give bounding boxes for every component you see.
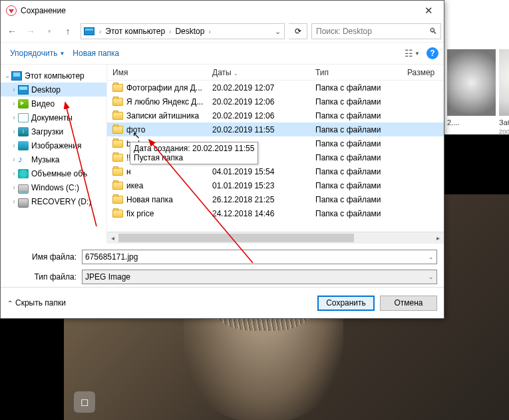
bookmark-icon[interactable]: ◻: [74, 391, 95, 413]
list-rows[interactable]: Фотографии для Д...20.02.2019 12:07Папка…: [107, 81, 444, 232]
tree-item[interactable]: ›Видео: [1, 97, 106, 110]
filetype-label: Тип файла:: [7, 272, 82, 282]
collapse-icon[interactable]: ⌄: [3, 72, 11, 79]
expand-icon[interactable]: ›: [10, 100, 18, 107]
expand-icon[interactable]: ›: [10, 198, 18, 205]
chevron-right-icon[interactable]: ›: [206, 28, 212, 35]
breadcrumb[interactable]: › Этот компьютер › Desktop › ⌄: [81, 23, 285, 39]
col-name[interactable]: Имя: [107, 68, 207, 77]
save-dialog: Сохранение ✕ ← → ▾ ↑ › Этот компьютер › …: [0, 0, 444, 319]
expand-icon[interactable]: ›: [10, 170, 18, 177]
file-type: Папка с файлами: [310, 209, 402, 218]
window-title: Сохранение: [21, 6, 66, 15]
filename-field[interactable]: ⌄: [82, 250, 437, 264]
thumbnail-1[interactable]: [447, 49, 496, 116]
tree-item[interactable]: ›Документы: [1, 110, 106, 124]
cancel-button[interactable]: Отмена: [380, 296, 437, 311]
tree-item[interactable]: ›Объемные объ: [1, 166, 106, 180]
scroll-left-button[interactable]: ◂: [107, 232, 118, 244]
thumb-2-label: Забавн: [499, 118, 509, 126]
scroll-right-button[interactable]: ▸: [432, 232, 444, 244]
titlebar[interactable]: Сохранение ✕: [1, 1, 444, 21]
expand-icon[interactable]: ›: [10, 114, 18, 121]
ic-3d-icon: [18, 169, 29, 178]
save-button[interactable]: Сохранить: [317, 296, 375, 311]
crumb-desktop[interactable]: Desktop: [173, 27, 206, 36]
new-folder-button[interactable]: Новая папка: [69, 46, 123, 61]
tree-root[interactable]: ⌄ Этот компьютер: [1, 69, 106, 83]
recent-dropdown[interactable]: ▾: [41, 23, 58, 40]
sort-indicator-icon: ⌄: [234, 71, 238, 77]
file-type: Папка с файлами: [310, 139, 402, 148]
expand-icon[interactable]: ›: [10, 128, 18, 135]
file-type: Папка с файлами: [310, 97, 402, 106]
scroll-thumb[interactable]: [118, 234, 354, 242]
horizontal-scrollbar[interactable]: ◂ ▸: [107, 232, 444, 243]
crumb-dropdown[interactable]: ⌄: [271, 27, 284, 36]
list-row[interactable]: икеа01.01.2019 15:23Папка с файлами: [107, 178, 444, 192]
tree-item[interactable]: ›♪Музыка: [1, 152, 106, 166]
list-row[interactable]: fix price24.12.2018 14:46Папка с файлами: [107, 206, 444, 220]
form-area: Имя файла: ⌄ Тип файла: JPEG Image ⌄: [1, 243, 444, 286]
tree-item-label: RECOVERY (D:): [31, 197, 91, 206]
col-type[interactable]: Тип: [310, 68, 402, 77]
expand-icon[interactable]: ›: [10, 142, 18, 149]
ic-rec-icon: [18, 198, 29, 208]
tooltip: Дата создания: 20.02.2019 11:55 Пустая п…: [130, 142, 258, 164]
expand-icon[interactable]: ›: [10, 156, 18, 163]
organize-button[interactable]: Упорядочить▼: [6, 46, 69, 61]
file-type: Папка с файлами: [310, 167, 402, 176]
chevron-down-icon[interactable]: ⌄: [428, 274, 434, 280]
ic-desktop-icon: [18, 85, 29, 95]
crumb-root[interactable]: Этот компьютер: [103, 27, 167, 36]
tree-item[interactable]: ›Desktop: [1, 83, 106, 97]
list-row[interactable]: Записки айтишника20.02.2019 12:06Папка с…: [107, 108, 444, 122]
search-box[interactable]: 🔍︎: [311, 23, 441, 39]
tree-item[interactable]: ›Изображения: [1, 138, 106, 152]
file-name: икеа: [126, 181, 143, 190]
chevron-right-icon[interactable]: ›: [97, 28, 103, 35]
col-date[interactable]: Даты⌄: [207, 68, 310, 77]
chevron-right-icon[interactable]: ›: [167, 28, 173, 35]
thumb-2-sub: zooblog: [499, 128, 509, 135]
chevron-down-icon: ▼: [59, 51, 65, 57]
search-icon[interactable]: 🔍︎: [425, 27, 440, 36]
forward-button[interactable]: →: [22, 23, 39, 40]
folder-icon: [112, 98, 123, 106]
up-button[interactable]: ↑: [59, 23, 77, 40]
folder-icon: [112, 126, 123, 134]
hide-folders-link[interactable]: ⌃Скрыть папки: [7, 298, 66, 308]
thumb-1-label: 2....: [447, 118, 496, 126]
expand-icon[interactable]: ›: [10, 184, 18, 191]
help-button[interactable]: ?: [426, 47, 438, 59]
list-row[interactable]: Я люблю Яндекс Д...20.02.2019 12:06Папка…: [107, 95, 444, 108]
list-row[interactable]: н04.01.2019 15:54Папка с файлами: [107, 164, 444, 178]
list-row[interactable]: Новая папка26.12.2018 21:25Папка с файла…: [107, 192, 444, 206]
tree-item[interactable]: ›RECOVERY (D:): [1, 194, 106, 208]
expand-icon[interactable]: ›: [10, 86, 18, 93]
list-row[interactable]: фото20.02.2019 11:55Папка с файлами: [107, 122, 444, 136]
tree-item[interactable]: ›Windows (C:): [1, 180, 106, 194]
filename-input[interactable]: [85, 252, 428, 262]
file-date: 01.01.2019 15:23: [207, 181, 310, 190]
thumbnail-2[interactable]: [499, 49, 509, 116]
list-row[interactable]: Фотографии для Д...20.02.2019 12:07Папка…: [107, 81, 444, 95]
refresh-button[interactable]: ⟳: [289, 23, 307, 39]
tree-item-label: Видео: [31, 99, 55, 108]
ic-doc-icon: [18, 113, 29, 122]
tree-item[interactable]: ›Загрузки: [1, 124, 106, 138]
col-size[interactable]: Размер: [402, 68, 435, 77]
view-button[interactable]: ☷ ▼: [402, 47, 423, 60]
filetype-field[interactable]: JPEG Image ⌄: [82, 270, 437, 284]
folder-icon: [112, 154, 123, 162]
tree-item-label: Изображения: [31, 141, 81, 150]
back-button[interactable]: ←: [3, 23, 21, 40]
tree-label: Этот компьютер: [25, 71, 85, 81]
folder-icon: [112, 140, 123, 148]
scroll-track[interactable]: [118, 232, 432, 244]
pc-icon: [84, 27, 94, 35]
close-button[interactable]: ✕: [413, 1, 444, 21]
folder-tree[interactable]: ⌄ Этот компьютер ›Desktop›Видео›Документ…: [1, 65, 107, 243]
search-input[interactable]: [312, 27, 425, 36]
chevron-down-icon[interactable]: ⌄: [428, 254, 434, 260]
